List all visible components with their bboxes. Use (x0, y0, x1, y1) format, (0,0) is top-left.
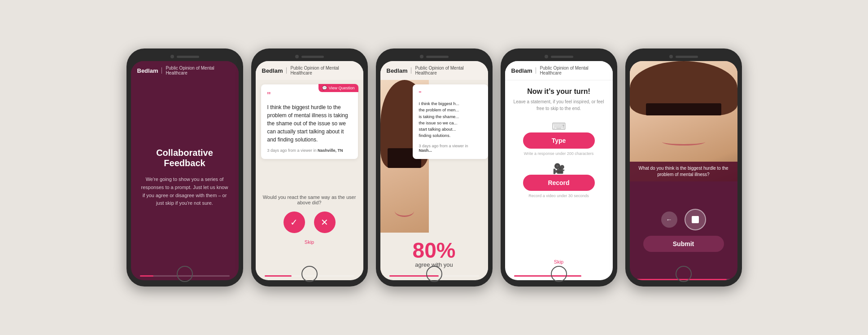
reaction-area: Would you react the same way as the user… (256, 163, 363, 275)
home-button-5[interactable] (676, 266, 692, 282)
progress-fill-1 (140, 275, 153, 277)
view-question-badge[interactable]: 💬 View Question (318, 84, 358, 92)
phone-2: Bedlam Public Opinion of Mental Healthca… (251, 48, 368, 287)
quote-mark-3: " (419, 91, 482, 98)
phone-notch-3 (380, 55, 488, 58)
record-button[interactable]: Record (523, 175, 595, 191)
front-camera-3 (420, 55, 423, 58)
split-view: " I think the biggest h...the problem of… (380, 80, 488, 275)
controls-row: ← (661, 209, 706, 230)
screen-3: Bedlam Public Opinion of Mental Healthca… (380, 61, 488, 280)
front-camera-2 (295, 55, 299, 58)
video-glasses (646, 103, 721, 115)
home-button-4[interactable] (551, 266, 567, 282)
brand-name-3: Bedlam (387, 67, 408, 74)
skip-link-4[interactable]: Skip (554, 259, 563, 264)
recording-controls: ← Submit (630, 181, 737, 279)
phone-notch-2 (256, 55, 363, 58)
screen-4: Bedlam Public Opinion of Mental Healthca… (505, 61, 613, 280)
speaker-4 (551, 56, 573, 58)
front-camera-1 (170, 55, 174, 58)
your-turn-subtitle: Leave a statement, if you feel inspired,… (511, 98, 606, 112)
stop-button[interactable] (685, 209, 706, 230)
quote-card-3: " I think the biggest h...the problem of… (413, 84, 488, 159)
screen-4-content: Bedlam Public Opinion of Mental Healthca… (505, 61, 613, 280)
screen-3-content: Bedlam Public Opinion of Mental Healthca… (380, 61, 488, 280)
reaction-buttons: ✓ ✕ (284, 212, 336, 233)
agree-button[interactable]: ✓ (284, 212, 305, 233)
reaction-question: Would you react the same way as the user… (260, 194, 359, 205)
home-button-3[interactable] (426, 266, 442, 282)
header-4: Bedlam Public Opinion of Mental Healthca… (505, 61, 613, 80)
phone-5: What do you think is the biggest hurdle … (625, 48, 742, 287)
view-question-label: View Question (329, 86, 355, 90)
quote-meta-2: 3 days ago from a viewer in Nashville, T… (267, 148, 352, 153)
quote-meta-3: 3 days ago from a viewer in Nash... (419, 144, 482, 153)
record-option: 🎥 Record Record a video under 30 seconds (511, 163, 606, 198)
phone-notch-4 (505, 55, 613, 58)
quote-text-2: I think the biggest hurdle to the proble… (267, 103, 352, 144)
submit-button[interactable]: Submit (643, 236, 724, 252)
header-3: Bedlam Public Opinion of Mental Healthca… (380, 61, 488, 80)
your-turn-title: Now it’s your turn! (527, 88, 590, 96)
brand-name-2: Bedlam (262, 67, 283, 74)
video-preview: What do you think is the biggest hurdle … (630, 61, 737, 181)
speaker-3 (426, 56, 449, 58)
welcome-title: Collaborative Feedback (140, 148, 230, 168)
phones-container: Bedlam Public Opinion of Mental Healthca… (126, 48, 742, 287)
video-camera-icon: 🎥 (553, 163, 565, 175)
your-turn-content: Now it’s your turn! Leave a statement, i… (505, 80, 613, 275)
progress-fill-2 (265, 275, 292, 277)
brand-subtitle-2: Public Opinion of Mental Healthcare (290, 66, 357, 75)
skip-link-2[interactable]: Skip (305, 239, 314, 245)
quote-text-3: I think the biggest h...the problem of m… (419, 101, 482, 139)
header-divider-3 (411, 67, 411, 74)
brand-name-4: Bedlam (511, 67, 532, 74)
big-percent: 80% (412, 240, 455, 261)
back-button[interactable]: ← (661, 212, 677, 228)
screen-1: Bedlam Public Opinion of Mental Healthca… (131, 61, 239, 280)
video-question-text: What do you think is the biggest hurdle … (634, 165, 733, 178)
header-1: Bedlam Public Opinion of Mental Healthca… (131, 61, 239, 80)
screen-5-content: What do you think is the biggest hurdle … (630, 61, 737, 280)
header-divider-2 (286, 67, 287, 74)
stop-icon (692, 216, 699, 223)
keyboard-icon: ⌨ (552, 121, 566, 132)
screen-1-content: Bedlam Public Opinion of Mental Healthca… (131, 61, 239, 280)
phone-notch-5 (630, 55, 737, 58)
phone-1: Bedlam Public Opinion of Mental Healthca… (126, 48, 243, 287)
quote-card-2: 💬 View Question " I think the biggest hu… (261, 84, 358, 159)
type-option: ⌨ Type Write a response under 200 charac… (511, 121, 606, 156)
quote-mark-2: " (267, 91, 352, 101)
front-camera-4 (545, 55, 548, 58)
welcome-body: We're going to show you a series of resp… (140, 176, 230, 207)
screen-2: Bedlam Public Opinion of Mental Healthca… (256, 61, 363, 280)
front-camera-5 (669, 55, 673, 58)
header-divider-4 (536, 67, 536, 74)
disagree-button[interactable]: ✕ (314, 212, 336, 233)
header-2: Bedlam Public Opinion of Mental Healthca… (256, 61, 363, 80)
home-button-1[interactable] (177, 266, 193, 282)
phone-notch-1 (131, 55, 239, 58)
home-button-2[interactable] (301, 266, 318, 282)
header-divider-1 (161, 67, 162, 74)
speaker-1 (177, 56, 199, 58)
brand-subtitle-3: Public Opinion of Mental Healthcare (415, 66, 481, 75)
speaker-5 (676, 56, 698, 58)
video-question-overlay: What do you think is the biggest hurdle … (630, 162, 737, 181)
record-helper: Record a video under 30 seconds (528, 194, 589, 198)
brand-subtitle-1: Public Opinion of Mental Healthcare (166, 66, 232, 75)
video-smile (662, 138, 705, 145)
progress-fill-4 (514, 275, 581, 277)
phone-4: Bedlam Public Opinion of Mental Healthca… (501, 48, 617, 287)
brand-name-1: Bedlam (137, 67, 158, 74)
type-button[interactable]: Type (523, 132, 595, 149)
smile (395, 205, 414, 216)
screen-2-content: Bedlam Public Opinion of Mental Healthca… (256, 61, 363, 280)
screen-5: What do you think is the biggest hurdle … (630, 61, 737, 280)
type-helper: Write a response under 200 characters (524, 151, 593, 156)
quote-overlay: " I think the biggest h...the problem of… (413, 84, 488, 159)
welcome-content: Collaborative Feedback We're going to sh… (131, 80, 239, 275)
brand-subtitle-4: Public Opinion of Mental Healthcare (540, 66, 606, 75)
chat-icon: 💬 (322, 86, 327, 90)
